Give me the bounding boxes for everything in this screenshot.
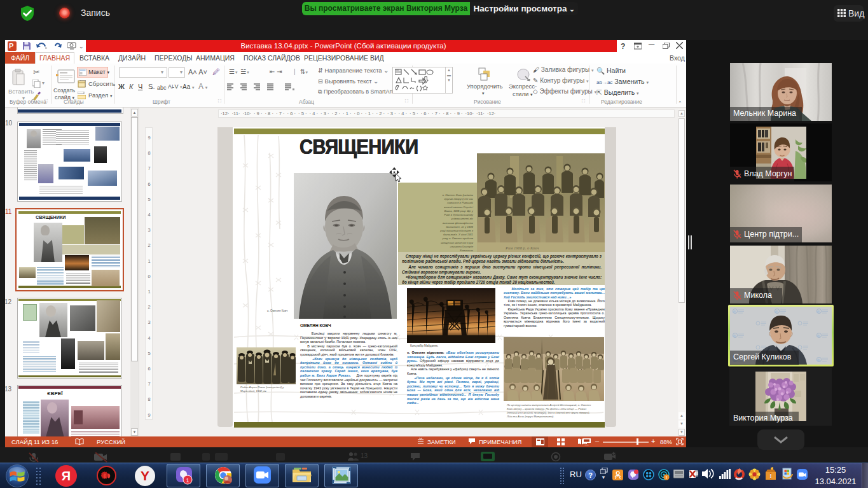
svg-text:1: 1 (186, 477, 189, 484)
svg-text:!: ! (770, 473, 772, 479)
svg-text:!: ! (666, 475, 667, 480)
